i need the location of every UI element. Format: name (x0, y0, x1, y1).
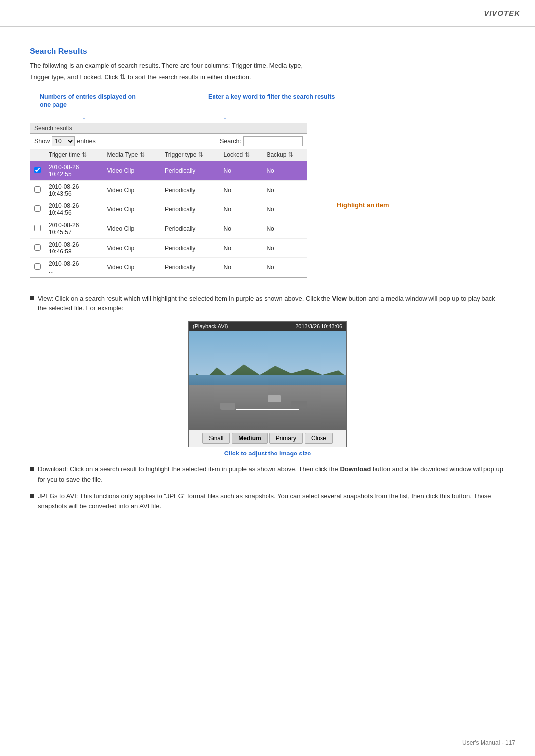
media-type-cell: Video Clip (104, 238, 161, 257)
section-title: Search Results (30, 47, 505, 56)
row-checkbox-cell[interactable] (30, 257, 45, 277)
results-table: Trigger time ⇅ Media Type ⇅ Trigger type… (30, 149, 307, 277)
medium-button[interactable]: Medium (232, 433, 267, 444)
trigger-type-cell: Periodically (161, 219, 220, 238)
media-video-area (189, 331, 346, 430)
media-type-cell: Video Clip (104, 219, 161, 238)
desc-line1: The following is an example of search re… (30, 62, 303, 69)
small-button[interactable]: Small (202, 433, 230, 444)
table-row[interactable]: 2010-08-2610:42:55 Video Clip Periodical… (30, 161, 307, 180)
sort-icon: ⇅ (120, 71, 126, 82)
row-checkbox[interactable] (34, 167, 41, 173)
footer-text: User's Manual - 117 (462, 739, 515, 746)
bullet-text-view: View: Click on a search result which wil… (38, 294, 505, 314)
media-title-right: 2013/3/26 10:43:06 (295, 323, 342, 329)
row-checkbox[interactable] (34, 263, 41, 270)
bullet-icon-view (30, 296, 34, 300)
trigger-time-cell: 2010-08-26... (45, 257, 104, 277)
locked-cell: No (220, 219, 263, 238)
brand-name: VIVOTEK (484, 9, 520, 17)
show-label: Show (34, 138, 50, 145)
annotation-arrows: ↓ ↓ (30, 111, 505, 121)
media-type-cell: Video Clip (104, 200, 161, 219)
entries-select[interactable]: 10 25 50 100 (52, 136, 75, 146)
media-type-header[interactable]: Media Type ⇅ (104, 149, 161, 161)
search-results-panel: Search results Show 10 25 50 100 entries… (30, 123, 307, 278)
trigger-time-cell: 2010-08-2610:43:56 (45, 180, 104, 200)
backup-header[interactable]: Backup ⇅ (263, 149, 307, 161)
desc-line2: Trigger type, and Locked. Click (30, 73, 118, 81)
highlight-annotation: Highlight an item (312, 202, 389, 209)
media-title-left: (Playback AVI) (193, 323, 228, 329)
trigger-type-cell: Periodically (161, 238, 220, 257)
table-row[interactable]: 2010-08-2610:46:58 Video Clip Periodical… (30, 238, 307, 257)
table-section: Search results Show 10 25 50 100 entries… (30, 123, 505, 288)
media-titlebar: (Playback AVI) 2013/3/26 10:43:06 (189, 322, 346, 331)
table-row[interactable]: 2010-08-2610:43:56 Video Clip Periodical… (30, 180, 307, 200)
row-checkbox[interactable] (34, 186, 41, 193)
trigger-time-header[interactable]: Trigger time ⇅ (45, 149, 104, 161)
entries-label: entries (77, 138, 96, 145)
top-annotations: Numbers of entries displayed on one page… (30, 93, 505, 110)
backup-cell: No (263, 180, 307, 200)
row-checkbox-cell[interactable] (30, 219, 45, 238)
trigger-time-cell: 2010-08-2610:44:56 (45, 200, 104, 219)
backup-cell: No (263, 219, 307, 238)
trigger-type-cell: Periodically (161, 161, 220, 180)
click-to-adjust-label: Click to adjust the image size (30, 450, 505, 457)
locked-header[interactable]: Locked ⇅ (220, 149, 263, 161)
table-row[interactable]: 2010-08-2610:44:56 Video Clip Periodical… (30, 200, 307, 219)
desc-line3: to sort the search results in either dir… (128, 73, 251, 81)
media-player-container: (Playback AVI) 2013/3/26 10:43:06 Small (30, 321, 505, 457)
search-control: Search: (220, 136, 303, 146)
arrow-left-icon: ↓ (82, 111, 86, 121)
row-checkbox-cell[interactable] (30, 238, 45, 257)
trigger-type-cell: Periodically (161, 180, 220, 200)
table-row[interactable]: 2010-08-2610:45:57 Video Clip Periodical… (30, 219, 307, 238)
table-controls: Show 10 25 50 100 entries Search: (30, 134, 307, 149)
car-3 (291, 401, 307, 408)
row-checkbox[interactable] (34, 205, 41, 212)
locked-cell: No (220, 161, 263, 180)
table-header: Trigger time ⇅ Media Type ⇅ Trigger type… (30, 149, 307, 161)
road-lines (236, 409, 299, 410)
road-scene (189, 331, 346, 430)
road-bg (189, 385, 346, 430)
bullet-text-jpegs: JPEGs to AVI: This functions only applie… (38, 491, 505, 512)
car-2 (268, 395, 281, 402)
locked-cell: No (220, 238, 263, 257)
table-row[interactable]: 2010-08-26... Video Clip Periodically No… (30, 257, 307, 277)
highlight-line (312, 205, 327, 205)
arrow-right-icon: ↓ (223, 111, 227, 121)
bullet-view: View: Click on a search result which wil… (30, 294, 505, 314)
bullet-icon-download (30, 467, 34, 471)
section-description: The following is an example of search re… (30, 61, 505, 83)
locked-cell: No (220, 257, 263, 277)
bullet-jpegs: JPEGs to AVI: This functions only applie… (30, 491, 505, 512)
row-checkbox-cell[interactable] (30, 161, 45, 180)
page-footer: User's Manual - 117 (20, 735, 515, 746)
row-checkbox[interactable] (34, 225, 41, 231)
close-button[interactable]: Close (305, 433, 333, 444)
bullet-text-download: Download: Click on a search result to hi… (38, 464, 505, 485)
locked-cell: No (220, 200, 263, 219)
row-checkbox[interactable] (34, 244, 41, 251)
trigger-type-header[interactable]: Trigger type ⇅ (161, 149, 220, 161)
car-1 (220, 403, 235, 410)
show-entries-control: Show 10 25 50 100 entries (34, 136, 96, 146)
backup-cell: No (263, 238, 307, 257)
page-header: VIVOTEK (0, 0, 535, 27)
annotation-right: Enter a key word to filter the search re… (208, 93, 335, 110)
media-buttons: Small Medium Primary Close (189, 430, 346, 447)
table-body: 2010-08-2610:42:55 Video Clip Periodical… (30, 161, 307, 277)
row-checkbox-cell[interactable] (30, 200, 45, 219)
row-checkbox-cell[interactable] (30, 180, 45, 200)
annotation-left: Numbers of entries displayed on one page (40, 93, 144, 110)
backup-cell: No (263, 161, 307, 180)
search-input[interactable] (243, 136, 303, 146)
primary-button[interactable]: Primary (269, 433, 303, 444)
checkbox-col-header (30, 149, 45, 161)
media-player: (Playback AVI) 2013/3/26 10:43:06 Small (188, 321, 347, 447)
highlight-label: Highlight an item (337, 202, 389, 209)
trigger-time-cell: 2010-08-2610:46:58 (45, 238, 104, 257)
